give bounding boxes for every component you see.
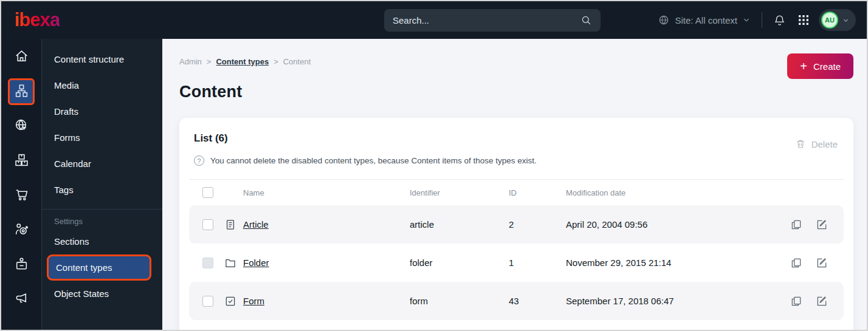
menu-item-tags[interactable]: Tags — [42, 177, 162, 203]
content-type-link[interactable]: Form — [243, 296, 264, 306]
icon-rail — [1, 39, 42, 330]
rail-commerce[interactable] — [8, 182, 35, 209]
menu-item-content-structure[interactable]: Content structure — [42, 46, 162, 72]
identifier-cell: form — [410, 296, 509, 306]
info-row: ? You cannot delete the disabled content… — [194, 155, 839, 166]
menu-items: Content structure Media Drafts Forms Cal… — [42, 46, 162, 203]
rail-site[interactable] — [8, 113, 35, 140]
copy-icon[interactable] — [790, 219, 802, 231]
rail-marketing[interactable] — [8, 286, 35, 313]
column-name: Name — [224, 188, 410, 197]
site-context-label: Site: All context — [675, 15, 737, 26]
admin-badge-icon — [14, 256, 29, 274]
modification-date-cell: November 29, 2015 21:14 — [566, 258, 777, 268]
personalization-icon — [14, 222, 29, 239]
edit-icon[interactable] — [816, 257, 828, 269]
row-checkbox[interactable] — [202, 219, 213, 230]
rail-content-structure[interactable] — [8, 78, 35, 105]
table-row: Article article 2 April 20, 2004 09:56 — [189, 205, 844, 244]
info-text: You cannot delete the disabled content t… — [210, 156, 537, 165]
page-title: Content — [179, 83, 853, 101]
content-structure-icon — [14, 83, 29, 101]
trash-icon — [795, 138, 806, 149]
modification-date-cell: April 20, 2004 09:56 — [566, 219, 777, 230]
modification-date-cell: September 17, 2018 06:47 — [566, 296, 777, 306]
user-menu[interactable]: AU — [819, 9, 856, 31]
id-cell: 2 — [509, 219, 566, 230]
table-header: Name Identifier ID Modification date — [189, 180, 844, 205]
side-menu: Content structure Media Drafts Forms Cal… — [42, 39, 162, 330]
rail-personalization[interactable] — [8, 217, 35, 244]
menu-item-sections[interactable]: Sections — [42, 228, 162, 254]
topbar-right: Site: All context AU — [658, 1, 856, 39]
topbar-divider — [762, 12, 762, 28]
list-card: List (6) Delete ? You cannot delete the … — [179, 118, 853, 331]
menu-item-object-states[interactable]: Object States — [42, 281, 162, 307]
avatar: AU — [821, 12, 838, 29]
commerce-cart-icon — [14, 187, 29, 205]
chevron-down-icon — [842, 16, 850, 24]
column-identifier: Identifier — [410, 188, 509, 197]
breadcrumb-admin: Admin — [179, 57, 202, 66]
menu-item-media[interactable]: Media — [42, 72, 162, 98]
column-modification-date: Modification date — [566, 188, 777, 197]
plus-icon: + — [800, 60, 807, 72]
table-rows: Article article 2 April 20, 2004 09:56 F… — [189, 205, 844, 320]
main-content: Admin > Content types > Content + Create… — [162, 39, 867, 330]
breadcrumb: Admin > Content types > Content — [179, 57, 853, 66]
home-icon — [14, 49, 29, 66]
site-context-dropdown[interactable]: Site: All context — [658, 14, 751, 26]
copy-icon[interactable] — [790, 257, 802, 269]
id-cell: 43 — [509, 296, 566, 306]
menu-item-calendar[interactable]: Calendar — [42, 151, 162, 177]
menu-settings-items: Sections Content types Object States — [42, 228, 162, 307]
notifications-bell-icon[interactable] — [773, 14, 786, 27]
article-icon — [224, 219, 236, 231]
product-catalog-icon — [14, 152, 29, 170]
table-row: Folder folder 1 November 29, 2015 21:14 — [189, 244, 844, 282]
rail-home[interactable] — [8, 44, 35, 70]
row-checkbox[interactable] — [202, 296, 213, 307]
column-id: ID — [509, 188, 566, 197]
globe-icon — [658, 14, 670, 26]
identifier-cell: folder — [410, 258, 509, 268]
menu-section-label: Settings — [42, 211, 162, 228]
row-checkbox — [202, 258, 213, 268]
table-row: Form form 43 September 17, 2018 06:47 — [189, 282, 844, 320]
rail-product-catalog[interactable] — [8, 148, 35, 174]
select-all-checkbox[interactable] — [202, 187, 213, 198]
content-type-link[interactable]: Article — [243, 219, 269, 230]
help-icon: ? — [194, 155, 204, 166]
breadcrumb-content-types[interactable]: Content types — [216, 57, 269, 66]
menu-item-content-types[interactable]: Content types — [47, 254, 151, 281]
menu-item-forms[interactable]: Forms — [42, 125, 162, 151]
list-title: List (6) — [194, 132, 228, 145]
search-icon[interactable] — [580, 15, 592, 26]
breadcrumb-separator: > — [207, 57, 212, 66]
rail-admin[interactable] — [8, 251, 35, 278]
app-window: ibexa Site: All context — [0, 0, 868, 331]
copy-icon[interactable] — [790, 295, 802, 307]
folder-icon — [224, 257, 236, 269]
edit-icon[interactable] — [816, 219, 828, 231]
global-search — [384, 9, 601, 32]
search-input[interactable] — [393, 15, 580, 26]
form-icon — [224, 295, 236, 307]
create-button-label: Create — [813, 61, 841, 72]
app-grid-icon[interactable] — [798, 15, 809, 26]
menu-item-drafts[interactable]: Drafts — [42, 98, 162, 125]
delete-button-label: Delete — [811, 139, 838, 149]
ibexa-logo[interactable]: ibexa — [15, 9, 60, 31]
edit-icon[interactable] — [816, 295, 828, 307]
identifier-cell: article — [410, 219, 509, 230]
create-button[interactable]: + Create — [787, 53, 853, 79]
top-bar: ibexa Site: All context — [1, 1, 867, 39]
site-globe-icon — [14, 118, 29, 135]
id-cell: 1 — [509, 258, 566, 268]
breadcrumb-current: Content — [283, 57, 311, 66]
delete-button[interactable]: Delete — [795, 138, 838, 149]
breadcrumb-separator: > — [274, 57, 278, 66]
chevron-down-icon — [742, 16, 751, 24]
content-type-link[interactable]: Folder — [243, 258, 269, 268]
menu-divider — [42, 209, 162, 210]
